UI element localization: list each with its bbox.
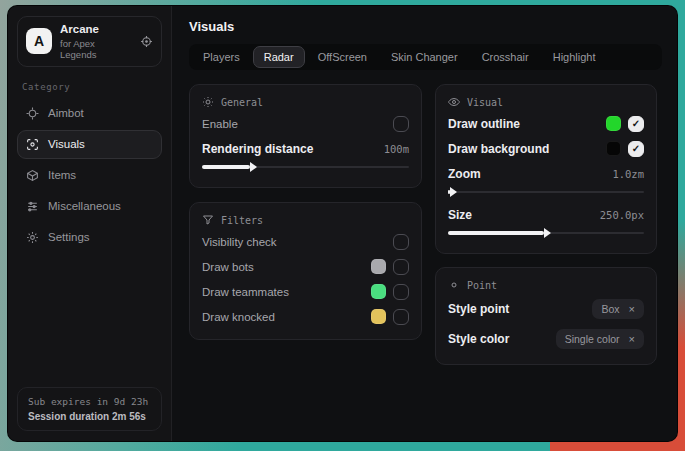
visibility-check-label: Visibility check [202,236,277,248]
sidebar-item-items[interactable]: Items [17,161,162,190]
rendering-distance-label: Rendering distance [202,142,313,156]
filters-panel: Filters Visibility check Draw bots [189,202,422,340]
draw-background-row: Draw background ✓ [448,136,644,161]
style-point-label: Style point [448,302,509,316]
zoom-slider[interactable] [448,187,644,197]
app-logo: A [26,28,52,54]
draw-outline-label: Draw outline [448,117,520,131]
draw-background-label: Draw background [448,142,549,156]
sidebar-item-label: Aimbot [48,107,84,119]
general-panel: General Enable Rendering distance 100m [189,84,422,188]
target-icon[interactable] [140,35,153,48]
tab-bar: Players Radar OffScreen Skin Changer Cro… [189,44,662,70]
style-point-row: Style point Box × [448,294,644,324]
sun-icon [202,96,214,108]
tab-skin-changer[interactable]: Skin Changer [380,46,469,68]
gear-icon [26,231,39,244]
tab-radar[interactable]: Radar [253,46,305,68]
draw-knocked-label: Draw knocked [202,311,275,323]
panel-title: Filters [221,215,263,226]
slider-thumb[interactable] [448,231,544,235]
sidebar-item-label: Miscellaneous [48,200,121,212]
enable-label: Enable [202,118,238,130]
app-name: Arcane [60,23,132,36]
zoom-label: Zoom [448,167,481,181]
draw-bots-label: Draw bots [202,261,254,273]
tab-crosshair[interactable]: Crosshair [471,46,540,68]
style-color-tag[interactable]: Single color × [556,329,644,349]
tab-players[interactable]: Players [192,46,251,68]
style-color-label: Style color [448,332,509,346]
slider-thumb[interactable] [448,190,450,194]
style-point-tag-text: Box [601,303,619,315]
draw-teammates-checkbox[interactable] [393,284,409,300]
draw-outline-checkbox[interactable]: ✓ [628,116,644,132]
app-header-card: A Arcane for Apex Legends [17,16,162,67]
close-icon[interactable]: × [629,334,635,345]
draw-knocked-row: Draw knocked [202,304,409,329]
size-row: Size 250.0px [448,202,644,227]
point-panel: Point Style point Box × Style color Sing… [435,267,657,365]
sidebar-item-visuals[interactable]: Visuals [17,130,162,159]
draw-bots-row: Draw bots [202,254,409,279]
draw-teammates-row: Draw teammates [202,279,409,304]
slider-thumb[interactable] [202,165,250,169]
sidebar-item-aimbot[interactable]: Aimbot [17,99,162,128]
rendering-distance-slider[interactable] [202,162,409,172]
tab-highlight[interactable]: Highlight [542,46,607,68]
style-point-tag[interactable]: Box × [592,299,644,319]
draw-knocked-color-swatch[interactable] [371,309,386,324]
subscription-info-card: Sub expires in 9d 23h Session duration 2… [17,387,162,431]
sidebar-item-label: Items [48,169,76,181]
slider-track [448,191,644,193]
size-slider[interactable] [448,228,644,238]
panel-title: Visual [467,97,503,108]
session-duration-text: Session duration 2m 56s [28,411,151,422]
size-value: 250.0px [600,209,644,221]
draw-teammates-color-swatch[interactable] [371,284,386,299]
draw-background-color-swatch[interactable] [606,141,621,156]
panel-title: Point [467,280,497,291]
draw-bots-checkbox[interactable] [393,259,409,275]
style-color-row: Style color Single color × [448,324,644,354]
enable-checkbox[interactable] [393,116,409,132]
draw-teammates-label: Draw teammates [202,286,289,298]
zoom-value: 1.0zm [612,168,644,180]
visual-panel: Visual Draw outline ✓ Draw background [435,84,657,254]
main-content: Visuals Players Radar OffScreen Skin Cha… [172,6,677,441]
zoom-row: Zoom 1.0zm [448,161,644,186]
style-color-tag-text: Single color [565,333,620,345]
enable-row: Enable [202,111,409,136]
draw-knocked-checkbox[interactable] [393,309,409,325]
panels-grid: General Enable Rendering distance 100m [189,84,662,365]
dot-icon [448,279,460,291]
rendering-distance-value: 100m [384,143,409,155]
eye-icon [448,96,460,108]
size-label: Size [448,208,472,222]
visibility-check-checkbox[interactable] [393,234,409,250]
draw-outline-color-swatch[interactable] [606,116,621,131]
sub-expiry-text: Sub expires in 9d 23h [28,396,151,407]
funnel-icon [202,214,214,226]
scan-eye-icon [26,138,39,151]
sidebar-category-label: Category [22,82,157,92]
panel-title: General [221,97,263,108]
visibility-check-row: Visibility check [202,229,409,254]
close-icon[interactable]: × [629,304,635,315]
draw-outline-row: Draw outline ✓ [448,111,644,136]
sidebar: A Arcane for Apex Legends Category [8,6,172,441]
sliders-icon [26,200,39,213]
app-subtitle: for Apex Legends [60,38,132,60]
sidebar-item-label: Settings [48,231,90,243]
sidebar-item-label: Visuals [48,138,85,150]
rendering-distance-row: Rendering distance 100m [202,136,409,161]
draw-bots-color-swatch[interactable] [371,259,386,274]
page-title: Visuals [189,19,662,34]
box-icon [26,169,39,182]
crosshair-icon [26,107,39,120]
sidebar-item-miscellaneous[interactable]: Miscellaneous [17,192,162,221]
tab-offscreen[interactable]: OffScreen [307,46,378,68]
app-window: A Arcane for Apex Legends Category [7,5,678,442]
sidebar-item-settings[interactable]: Settings [17,223,162,252]
draw-background-checkbox[interactable]: ✓ [628,141,644,157]
